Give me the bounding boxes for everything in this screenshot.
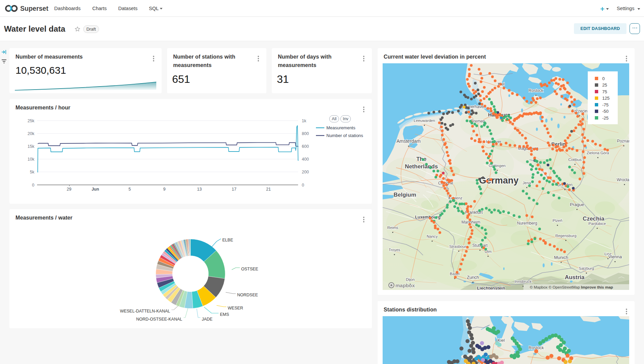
svg-text:13: 13 bbox=[197, 187, 202, 192]
svg-text:Jena: Jena bbox=[523, 181, 532, 185]
svg-text:Belgium: Belgium bbox=[393, 192, 416, 198]
svg-text:All: All bbox=[332, 117, 336, 121]
svg-text:Plzeň: Plzeň bbox=[553, 219, 562, 223]
svg-text:Cottbus: Cottbus bbox=[568, 158, 582, 162]
svg-text:5: 5 bbox=[129, 187, 131, 192]
svg-text:10k: 10k bbox=[28, 157, 35, 162]
svg-text:Number of stations: Number of stations bbox=[326, 133, 363, 138]
svg-text:Troyes: Troyes bbox=[389, 248, 400, 252]
svg-text:WESEL-DATTELN-KANAL: WESEL-DATTELN-KANAL bbox=[120, 309, 170, 313]
svg-text:Kiel: Kiel bbox=[498, 338, 505, 343]
svg-text:600: 600 bbox=[302, 144, 309, 149]
svg-text:200: 200 bbox=[302, 170, 309, 174]
svg-text:21: 21 bbox=[266, 187, 271, 192]
svg-text:Jun: Jun bbox=[92, 187, 99, 192]
svg-text:125: 125 bbox=[602, 96, 610, 101]
svg-text:800: 800 bbox=[302, 131, 309, 136]
svg-text:© Mapbox © OpenStreetMap Impro: © Mapbox © OpenStreetMap Improve this ma… bbox=[530, 285, 613, 289]
svg-text:NORD-OSTSEE-KANAL: NORD-OSTSEE-KANAL bbox=[136, 317, 182, 322]
svg-text:ELBE: ELBE bbox=[222, 238, 233, 242]
svg-text:Czechia: Czechia bbox=[583, 216, 605, 222]
svg-text:15k: 15k bbox=[28, 144, 35, 149]
svg-text:Prague: Prague bbox=[570, 202, 584, 207]
svg-text:-75: -75 bbox=[602, 102, 609, 107]
svg-text:Nancy: Nancy bbox=[427, 234, 438, 238]
svg-text:Pardubice: Pardubice bbox=[588, 222, 606, 226]
svg-text:0: 0 bbox=[602, 76, 605, 81]
svg-text:Strasbourg: Strasbourg bbox=[449, 244, 468, 249]
svg-text:Rostock: Rostock bbox=[528, 88, 543, 93]
svg-text:Zielona Góra: Zielona Góra bbox=[587, 151, 609, 155]
svg-text:mapbox: mapbox bbox=[395, 283, 415, 288]
svg-text:Netherlands: Netherlands bbox=[405, 163, 438, 170]
svg-text:Regensburg: Regensburg bbox=[555, 234, 577, 238]
svg-text:25: 25 bbox=[602, 82, 607, 88]
svg-text:Reims: Reims bbox=[387, 226, 398, 230]
svg-text:0: 0 bbox=[302, 183, 304, 188]
svg-text:Inv: Inv bbox=[343, 117, 349, 121]
svg-text:-25: -25 bbox=[602, 115, 609, 121]
svg-text:17: 17 bbox=[232, 187, 236, 192]
svg-text:Vienna: Vienna bbox=[608, 254, 622, 259]
svg-text:-50: -50 bbox=[602, 109, 609, 114]
svg-text:0: 0 bbox=[32, 183, 34, 188]
svg-text:20k: 20k bbox=[28, 131, 35, 136]
svg-text:Germany: Germany bbox=[479, 175, 518, 186]
svg-text:29: 29 bbox=[67, 187, 71, 192]
svg-text:1k: 1k bbox=[302, 119, 307, 123]
svg-text:9: 9 bbox=[163, 187, 166, 192]
svg-text:Dijon: Dijon bbox=[406, 277, 415, 282]
svg-text:Salzburg: Salzburg bbox=[579, 266, 594, 270]
svg-text:Innsbruck: Innsbruck bbox=[515, 279, 532, 284]
svg-text:WESER: WESER bbox=[228, 306, 243, 310]
svg-text:25k: 25k bbox=[28, 119, 35, 123]
svg-text:Austria: Austria bbox=[565, 274, 585, 280]
svg-text:Munich: Munich bbox=[554, 255, 568, 260]
svg-text:Measurements: Measurements bbox=[326, 125, 355, 130]
svg-text:NORDSEE: NORDSEE bbox=[237, 293, 258, 297]
svg-text:JADE: JADE bbox=[202, 317, 213, 322]
svg-text:Nuremberg: Nuremberg bbox=[517, 221, 537, 226]
svg-text:Leeuwarden: Leeuwarden bbox=[414, 119, 435, 123]
svg-text:EMS: EMS bbox=[220, 312, 229, 317]
svg-text:Amsterdam: Amsterdam bbox=[396, 138, 421, 144]
svg-text:OSTSEE: OSTSEE bbox=[241, 267, 258, 271]
svg-text:5k: 5k bbox=[30, 170, 35, 174]
svg-text:Wrocław: Wrocław bbox=[617, 177, 629, 182]
svg-text:Zurich: Zurich bbox=[467, 275, 479, 280]
svg-text:The: The bbox=[416, 156, 426, 162]
svg-text:75: 75 bbox=[602, 89, 607, 94]
svg-text:400: 400 bbox=[302, 157, 309, 162]
svg-text:Liechtenstein: Liechtenstein bbox=[477, 286, 505, 290]
svg-text:Poznań: Poznań bbox=[617, 139, 629, 143]
